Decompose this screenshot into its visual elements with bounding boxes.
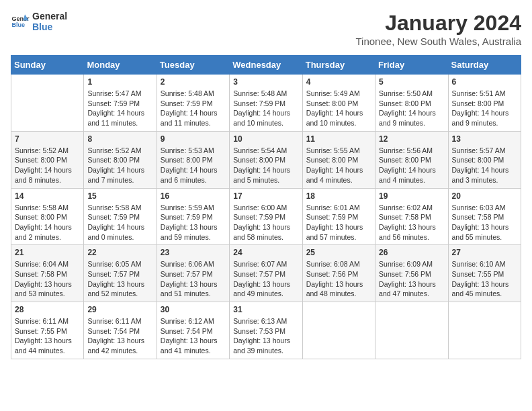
calendar-cell: 21Sunrise: 6:04 AM Sunset: 7:58 PM Dayli…: [11, 245, 84, 302]
day-info: Sunrise: 6:09 AM Sunset: 7:56 PM Dayligh…: [379, 259, 444, 299]
calendar-cell: [375, 302, 448, 359]
day-number: 30: [161, 305, 226, 314]
day-info: Sunrise: 5:53 AM Sunset: 8:00 PM Dayligh…: [161, 146, 226, 185]
day-number: 31: [233, 305, 298, 314]
day-number: 9: [161, 134, 226, 144]
calendar-cell: 28Sunrise: 6:11 AM Sunset: 7:55 PM Dayli…: [11, 302, 84, 359]
calendar-cell: 18Sunrise: 6:01 AM Sunset: 7:59 PM Dayli…: [302, 188, 375, 245]
day-info: Sunrise: 6:08 AM Sunset: 7:56 PM Dayligh…: [306, 259, 371, 299]
day-info: Sunrise: 6:01 AM Sunset: 7:59 PM Dayligh…: [306, 203, 371, 242]
weekday-header-monday: Monday: [84, 56, 157, 75]
day-info: Sunrise: 6:10 AM Sunset: 7:55 PM Dayligh…: [452, 259, 517, 299]
day-number: 4: [306, 77, 371, 87]
day-info: Sunrise: 5:54 AM Sunset: 8:00 PM Dayligh…: [233, 146, 298, 185]
calendar-week-row: 7Sunrise: 5:52 AM Sunset: 8:00 PM Daylig…: [11, 131, 521, 188]
day-info: Sunrise: 5:49 AM Sunset: 8:00 PM Dayligh…: [306, 89, 371, 128]
calendar-week-row: 21Sunrise: 6:04 AM Sunset: 7:58 PM Dayli…: [11, 245, 521, 302]
calendar-table: SundayMondayTuesdayWednesdayThursdayFrid…: [11, 55, 521, 359]
location: Tinonee, New South Wales, Australia: [355, 36, 521, 47]
calendar-cell: 31Sunrise: 6:13 AM Sunset: 7:53 PM Dayli…: [230, 302, 302, 359]
calendar-cell: 2Sunrise: 5:48 AM Sunset: 7:59 PM Daylig…: [157, 75, 229, 132]
day-number: 20: [452, 191, 517, 201]
logo-general: General: [32, 11, 67, 21]
calendar-cell: 4Sunrise: 5:49 AM Sunset: 8:00 PM Daylig…: [302, 75, 375, 132]
calendar-cell: 17Sunrise: 6:00 AM Sunset: 7:59 PM Dayli…: [230, 188, 302, 245]
day-number: 26: [379, 248, 444, 257]
day-number: 16: [161, 191, 226, 201]
calendar-cell: 16Sunrise: 5:59 AM Sunset: 7:59 PM Dayli…: [157, 188, 229, 245]
calendar-week-row: 28Sunrise: 6:11 AM Sunset: 7:55 PM Dayli…: [11, 302, 521, 359]
weekday-header-saturday: Saturday: [448, 56, 521, 75]
day-info: Sunrise: 5:58 AM Sunset: 7:59 PM Dayligh…: [87, 203, 152, 242]
day-info: Sunrise: 5:59 AM Sunset: 7:59 PM Dayligh…: [161, 203, 226, 242]
day-number: 24: [233, 248, 298, 257]
day-number: 6: [452, 77, 517, 87]
calendar-cell: [302, 302, 375, 359]
calendar-cell: 29Sunrise: 6:11 AM Sunset: 7:54 PM Dayli…: [84, 302, 157, 359]
calendar-cell: 12Sunrise: 5:56 AM Sunset: 8:00 PM Dayli…: [375, 131, 448, 188]
day-number: 17: [233, 191, 298, 201]
day-number: 11: [306, 134, 371, 144]
day-info: Sunrise: 5:47 AM Sunset: 7:59 PM Dayligh…: [87, 89, 152, 128]
calendar-cell: 7Sunrise: 5:52 AM Sunset: 8:00 PM Daylig…: [11, 131, 84, 188]
svg-text:Blue: Blue: [11, 21, 25, 28]
day-number: 22: [87, 248, 152, 257]
day-info: Sunrise: 5:57 AM Sunset: 8:00 PM Dayligh…: [452, 146, 517, 185]
calendar-cell: 23Sunrise: 6:06 AM Sunset: 7:57 PM Dayli…: [157, 245, 229, 302]
calendar-cell: 3Sunrise: 5:48 AM Sunset: 7:59 PM Daylig…: [230, 75, 302, 132]
day-info: Sunrise: 6:03 AM Sunset: 7:58 PM Dayligh…: [452, 203, 517, 242]
month-year: January 2024: [355, 11, 521, 36]
calendar-cell: 5Sunrise: 5:50 AM Sunset: 8:00 PM Daylig…: [375, 75, 448, 132]
day-number: 18: [306, 191, 371, 201]
day-number: 7: [15, 134, 80, 144]
calendar-cell: 26Sunrise: 6:09 AM Sunset: 7:56 PM Dayli…: [375, 245, 448, 302]
calendar-cell: 30Sunrise: 6:12 AM Sunset: 7:54 PM Dayli…: [157, 302, 229, 359]
day-info: Sunrise: 5:56 AM Sunset: 8:00 PM Dayligh…: [379, 146, 444, 185]
day-number: 13: [452, 134, 517, 144]
calendar-week-row: 1Sunrise: 5:47 AM Sunset: 7:59 PM Daylig…: [11, 75, 521, 132]
calendar-cell: 11Sunrise: 5:55 AM Sunset: 8:00 PM Dayli…: [302, 131, 375, 188]
day-info: Sunrise: 5:48 AM Sunset: 7:59 PM Dayligh…: [233, 89, 298, 128]
calendar-cell: 14Sunrise: 5:58 AM Sunset: 8:00 PM Dayli…: [11, 188, 84, 245]
day-info: Sunrise: 5:52 AM Sunset: 8:00 PM Dayligh…: [15, 146, 80, 185]
day-number: 14: [15, 191, 80, 201]
calendar-cell: 13Sunrise: 5:57 AM Sunset: 8:00 PM Dayli…: [448, 131, 521, 188]
day-number: 8: [87, 134, 152, 144]
calendar-cell: 6Sunrise: 5:51 AM Sunset: 8:00 PM Daylig…: [448, 75, 521, 132]
calendar-cell: 27Sunrise: 6:10 AM Sunset: 7:55 PM Dayli…: [448, 245, 521, 302]
title-block: January 2024 Tinonee, New South Wales, A…: [355, 11, 521, 47]
logo: General Blue General Blue: [11, 11, 67, 32]
calendar-cell: [11, 75, 84, 132]
day-number: 27: [452, 248, 517, 257]
calendar-cell: 20Sunrise: 6:03 AM Sunset: 7:58 PM Dayli…: [448, 188, 521, 245]
day-info: Sunrise: 6:07 AM Sunset: 7:57 PM Dayligh…: [233, 259, 298, 299]
day-number: 25: [306, 248, 371, 257]
day-info: Sunrise: 6:00 AM Sunset: 7:59 PM Dayligh…: [233, 203, 298, 242]
day-info: Sunrise: 6:13 AM Sunset: 7:53 PM Dayligh…: [233, 316, 298, 356]
day-info: Sunrise: 6:12 AM Sunset: 7:54 PM Dayligh…: [161, 316, 226, 356]
day-info: Sunrise: 5:51 AM Sunset: 8:00 PM Dayligh…: [452, 89, 517, 128]
day-number: 2: [161, 77, 226, 87]
day-number: 21: [15, 248, 80, 257]
day-number: 3: [233, 77, 298, 87]
weekday-header-sunday: Sunday: [11, 56, 84, 75]
day-info: Sunrise: 6:05 AM Sunset: 7:57 PM Dayligh…: [87, 259, 152, 299]
day-number: 28: [15, 305, 80, 314]
day-info: Sunrise: 5:58 AM Sunset: 8:00 PM Dayligh…: [15, 203, 80, 242]
day-info: Sunrise: 6:04 AM Sunset: 7:58 PM Dayligh…: [15, 259, 80, 299]
calendar-cell: 22Sunrise: 6:05 AM Sunset: 7:57 PM Dayli…: [84, 245, 157, 302]
day-info: Sunrise: 6:11 AM Sunset: 7:54 PM Dayligh…: [87, 316, 152, 356]
calendar-cell: 9Sunrise: 5:53 AM Sunset: 8:00 PM Daylig…: [157, 131, 229, 188]
calendar-cell: 8Sunrise: 5:52 AM Sunset: 8:00 PM Daylig…: [84, 131, 157, 188]
day-number: 10: [233, 134, 298, 144]
calendar-cell: 15Sunrise: 5:58 AM Sunset: 7:59 PM Dayli…: [84, 188, 157, 245]
page-header: General Blue General Blue January 2024 T…: [11, 11, 521, 47]
day-number: 5: [379, 77, 444, 87]
day-number: 12: [379, 134, 444, 144]
day-info: Sunrise: 6:06 AM Sunset: 7:57 PM Dayligh…: [161, 259, 226, 299]
calendar-cell: 19Sunrise: 6:02 AM Sunset: 7:58 PM Dayli…: [375, 188, 448, 245]
day-number: 29: [87, 305, 152, 314]
day-info: Sunrise: 6:02 AM Sunset: 7:58 PM Dayligh…: [379, 203, 444, 242]
weekday-header-wednesday: Wednesday: [230, 56, 302, 75]
calendar-cell: 25Sunrise: 6:08 AM Sunset: 7:56 PM Dayli…: [302, 245, 375, 302]
